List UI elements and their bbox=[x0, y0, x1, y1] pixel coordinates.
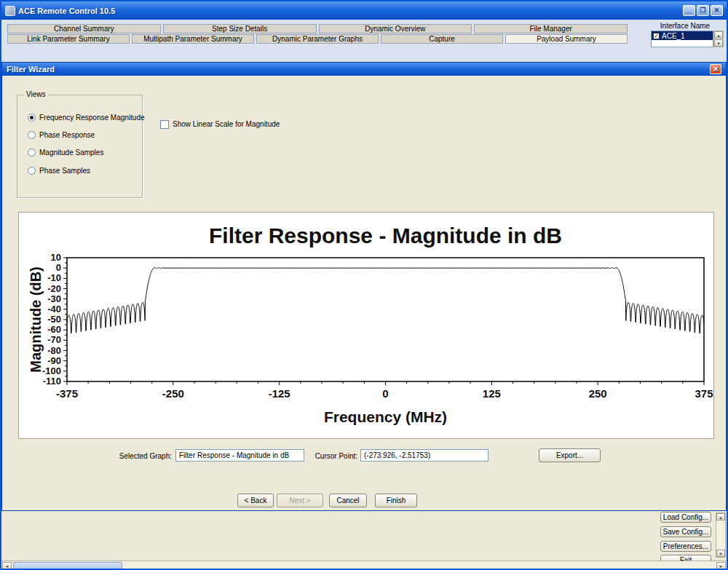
interface-name-header: Interface Name bbox=[646, 22, 724, 30]
radio-frequency-response-magnitude[interactable]: Frequency Response Magnitude bbox=[28, 113, 145, 122]
svg-text:-30: -30 bbox=[47, 293, 61, 304]
interface-item-label: ACE_1 bbox=[662, 32, 685, 40]
svg-text:0: 0 bbox=[56, 262, 61, 273]
interface-list-scrollbar[interactable]: ▲ ▼ bbox=[713, 31, 724, 47]
tab-dynamic-parameter-graphs[interactable]: Dynamic Parameter Graphs bbox=[256, 34, 379, 44]
radio-label: Phase Samples bbox=[39, 167, 90, 175]
svg-text:Frequency (MHz): Frequency (MHz) bbox=[324, 408, 447, 425]
config-scrollbar[interactable]: ▲ ▼ bbox=[716, 512, 726, 558]
tab-row-1: Channel Summary Step Size Details Dynami… bbox=[7, 24, 628, 33]
selected-graph-field[interactable]: Filter Response - Magnitude in dB bbox=[175, 449, 304, 462]
preferences-button[interactable]: Preferences... bbox=[660, 541, 711, 552]
scroll-left-icon[interactable]: ◄ bbox=[2, 562, 12, 570]
cursor-point-field[interactable]: (-273.926, -2.51753) bbox=[360, 449, 488, 462]
load-config-button[interactable]: Load Config... bbox=[660, 512, 711, 523]
tab-link-parameter-summary[interactable]: Link Parameter Summary bbox=[7, 34, 130, 44]
checkbox-icon[interactable] bbox=[160, 120, 169, 129]
cancel-button[interactable]: Cancel bbox=[329, 494, 367, 507]
main-titlebar[interactable]: ACE Remote Control 10.5 _ ❐ ✕ bbox=[1, 1, 727, 20]
tab-channel-summary[interactable]: Channel Summary bbox=[7, 24, 161, 33]
svg-text:-20: -20 bbox=[47, 283, 61, 294]
checkbox-checked-icon[interactable]: ✓ bbox=[653, 33, 660, 39]
radio-phase-response[interactable]: Phase Response bbox=[28, 130, 95, 140]
dialog-body: Views Frequency Response Magnitude Phase… bbox=[2, 76, 726, 510]
horizontal-scrollbar[interactable]: ◄ ► bbox=[1, 561, 727, 570]
filter-wizard-dialog: Filter Wizard ✕ Views Frequency Response… bbox=[1, 62, 727, 511]
maximize-button[interactable]: ❐ bbox=[697, 5, 709, 16]
radio-label: Frequency Response Magnitude bbox=[39, 114, 145, 122]
tab-dynamic-overview[interactable]: Dynamic Overview bbox=[319, 24, 472, 33]
save-config-button[interactable]: Save Config... bbox=[660, 526, 711, 537]
radio-icon[interactable] bbox=[28, 114, 36, 122]
views-group-label: Views bbox=[24, 90, 48, 98]
interface-list[interactable]: ✓ ACE_1 bbox=[651, 31, 713, 47]
dialog-close-button[interactable]: ✕ bbox=[710, 64, 721, 74]
radio-icon[interactable] bbox=[28, 167, 36, 175]
linear-scale-checkbox[interactable]: Show Linear Scale for Magnitude bbox=[160, 119, 280, 129]
finish-button[interactable]: Finish bbox=[375, 494, 417, 507]
minimize-button[interactable]: _ bbox=[683, 5, 695, 16]
views-groupbox: Views Frequency Response Magnitude Phase… bbox=[17, 95, 143, 198]
radio-label: Magnitude Samples bbox=[39, 149, 103, 157]
tab-row-2: Link Parameter Summary Multipath Paramet… bbox=[7, 34, 628, 44]
scroll-right-icon[interactable]: ► bbox=[716, 562, 726, 570]
svg-text:-250: -250 bbox=[162, 387, 184, 400]
window-title: ACE Remote Control 10.5 bbox=[18, 7, 115, 15]
close-button[interactable]: ✕ bbox=[711, 5, 723, 16]
svg-text:-125: -125 bbox=[269, 387, 290, 400]
app-icon bbox=[5, 6, 15, 16]
svg-text:Filter Response - Magnitude in: Filter Response - Magnitude in dB bbox=[209, 223, 562, 248]
svg-text:-80: -80 bbox=[47, 345, 61, 356]
export-button[interactable]: Export... bbox=[539, 448, 601, 462]
list-item-ace1[interactable]: ✓ ACE_1 bbox=[652, 31, 713, 40]
selected-graph-label: Selected Graph: bbox=[93, 452, 172, 460]
tab-multipath-parameter-summary[interactable]: Multipath Parameter Summary bbox=[132, 34, 254, 44]
tab-file-manager[interactable]: File Manager bbox=[474, 24, 628, 33]
svg-text:-70: -70 bbox=[47, 334, 61, 345]
radio-icon[interactable] bbox=[28, 131, 36, 139]
cursor-point-label: Cursor Point: bbox=[290, 452, 357, 460]
radio-label: Phase Response bbox=[39, 131, 95, 139]
svg-text:-100: -100 bbox=[42, 365, 61, 376]
svg-text:375: 375 bbox=[695, 387, 713, 400]
filter-response-chart[interactable]: Filter Response - Magnitude in dBMagnitu… bbox=[19, 213, 713, 438]
dialog-titlebar[interactable]: Filter Wizard ✕ bbox=[2, 63, 726, 76]
scroll-down-icon[interactable]: ▼ bbox=[714, 39, 723, 47]
tab-step-size-details[interactable]: Step Size Details bbox=[163, 24, 317, 33]
app-window: ACE Remote Control 10.5 _ ❐ ✕ Channel Su… bbox=[0, 0, 728, 570]
svg-text:0: 0 bbox=[382, 387, 388, 400]
tab-payload-summary[interactable]: Payload Summary bbox=[505, 34, 628, 44]
svg-text:-110: -110 bbox=[43, 376, 61, 387]
tab-capture[interactable]: Capture bbox=[381, 34, 503, 44]
next-button[interactable]: Next > bbox=[277, 494, 323, 507]
svg-text:250: 250 bbox=[589, 387, 607, 400]
tab-area: Channel Summary Step Size Details Dynami… bbox=[1, 20, 727, 62]
svg-text:10: 10 bbox=[51, 252, 61, 263]
scroll-up-icon[interactable]: ▲ bbox=[716, 513, 725, 520]
svg-text:-50: -50 bbox=[47, 314, 61, 325]
radio-magnitude-samples[interactable]: Magnitude Samples bbox=[28, 148, 103, 157]
back-button[interactable]: < Back bbox=[237, 494, 274, 507]
radio-icon[interactable] bbox=[28, 149, 36, 157]
svg-text:-375: -375 bbox=[56, 387, 78, 400]
svg-text:-40: -40 bbox=[47, 304, 61, 314]
scrollbar-thumb[interactable] bbox=[13, 562, 122, 570]
scroll-down-icon[interactable]: ▼ bbox=[716, 550, 725, 557]
svg-text:-90: -90 bbox=[47, 355, 61, 366]
svg-text:125: 125 bbox=[483, 387, 501, 400]
chart-panel: Filter Response - Magnitude in dBMagnitu… bbox=[18, 212, 714, 439]
checkbox-label: Show Linear Scale for Magnitude bbox=[173, 120, 280, 128]
svg-text:-60: -60 bbox=[47, 324, 61, 335]
radio-phase-samples[interactable]: Phase Samples bbox=[28, 166, 90, 175]
svg-text:-10: -10 bbox=[47, 272, 61, 283]
dialog-title: Filter Wizard bbox=[7, 65, 55, 74]
scroll-up-icon[interactable]: ▲ bbox=[714, 31, 723, 39]
svg-text:Magnitude (dB): Magnitude (dB) bbox=[28, 266, 44, 373]
